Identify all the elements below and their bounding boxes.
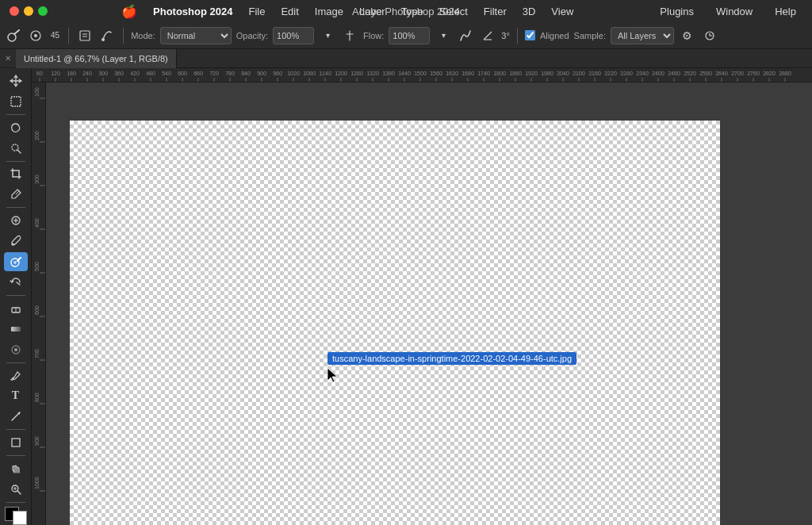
svg-line-27 [17,491,21,494]
svg-rect-9 [11,97,21,106]
menu-view[interactable]: View [545,4,580,19]
shape-tool[interactable] [4,433,28,452]
aligned-checkbox[interactable] [525,30,535,40]
menu-bar: 🍎 Photoshop 2024 File Edit Image Layer T… [121,4,580,19]
maximize-button[interactable] [38,6,48,16]
eyedropper-tool[interactable] [4,185,28,204]
svg-line-1 [14,30,19,34]
opacity-value[interactable]: 100% [273,27,314,44]
brush-tool[interactable] [4,232,28,251]
title-bar: 🍎 Photoshop 2024 File Edit Image Layer T… [0,0,812,22]
apple-icon: 🍎 [121,4,137,19]
separator-1 [68,28,69,44]
svg-line-11 [17,150,21,153]
aligned-label: Aligned [540,31,569,40]
mode-label: Mode: [131,31,155,40]
brush-preset-icon[interactable] [27,27,44,44]
svg-point-7 [102,38,105,41]
eraser-tool[interactable] [4,299,28,318]
tool-separator-3 [6,207,25,208]
flow-label: Flow: [363,31,384,40]
mode-select[interactable]: Normal [160,27,232,44]
pen-tool[interactable] [4,366,28,385]
marquee-tool[interactable] [4,92,28,111]
menu-filter[interactable]: Filter [477,4,513,19]
path-selection-tool[interactable] [4,407,28,426]
svg-line-12 [16,191,19,194]
zoom-tool[interactable] [4,480,28,499]
angle-icon[interactable] [479,27,496,44]
quick-select-tool[interactable] [4,139,28,158]
extras-icon[interactable] [701,27,718,44]
move-tool[interactable] [4,71,28,90]
ruler-top [32,68,812,82]
svg-point-16 [11,243,13,246]
tool-preset-picker[interactable] [5,27,22,44]
app-window-title: Adobe Photoshop 2024 [352,6,460,17]
tool-separator-2 [6,161,25,162]
menu-edit[interactable]: Edit [274,4,304,19]
menu-window[interactable]: Window [710,4,759,19]
smoothing-icon[interactable] [457,27,474,44]
options-bar: 45 Mode: Normal Opacity: 100% ▾ Flow: 10… [0,22,812,49]
brush-options-icon[interactable] [98,27,116,44]
angle-value: 3° [501,31,510,40]
airbrush-icon[interactable] [341,27,358,44]
menu-right: Plugins Window Help [653,4,802,19]
crop-tool[interactable] [4,164,28,183]
svg-rect-21 [11,327,21,331]
opacity-label: Opacity: [236,31,268,40]
active-tab[interactable]: Untitled-1 @ 66,7% (Layer 1, RGB/8) [16,49,177,68]
sample-options-icon[interactable]: ⚙ [679,27,696,44]
tool-separator-5 [6,362,25,363]
foreground-background-color[interactable] [5,507,27,524]
separator-2 [123,28,124,44]
tool-separator-6 [6,429,25,430]
close-button[interactable] [10,6,19,16]
blur-tool[interactable] [4,340,28,359]
menu-3d[interactable]: 3D [516,4,542,19]
tab-close-button[interactable]: ✕ [0,54,16,63]
file-label: tuscany-landscape-in-springtime-2022-02-… [327,352,576,365]
healing-brush-tool[interactable] [4,211,28,230]
ruler-left [32,82,46,525]
svg-point-23 [14,348,17,351]
minimize-button[interactable] [24,6,33,16]
flow-value[interactable]: 100% [389,27,430,44]
toggle-brush-settings[interactable] [76,27,94,44]
brush-size-label: 45 [49,27,61,44]
hand-tool[interactable] [4,459,28,478]
menu-file[interactable]: File [242,4,271,19]
svg-rect-4 [80,31,90,40]
lasso-tool[interactable] [4,118,28,137]
tool-separator-8 [6,502,25,503]
menu-app-name[interactable]: Photoshop 2024 [147,4,239,19]
separator-3 [517,28,518,44]
sample-label: Sample: [574,31,606,40]
opacity-dropdown-icon[interactable]: ▾ [319,27,336,44]
svg-rect-25 [12,439,20,446]
history-brush-tool[interactable] [4,273,28,292]
flow-dropdown-icon[interactable]: ▾ [435,27,452,44]
photoshop-canvas [70,121,720,525]
menu-plugins[interactable]: Plugins [653,4,700,19]
gradient-tool[interactable] [4,320,28,339]
canvas-area[interactable]: tuscany-landscape-in-springtime-2022-02-… [46,97,812,525]
tool-separator-4 [6,295,25,296]
tab-title: Untitled-1 @ 66,7% (Layer 1, RGB/8) [24,54,168,63]
clone-stamp-tool[interactable] [4,252,28,271]
text-tool[interactable]: T [4,386,28,405]
tab-bar: ✕ Untitled-1 @ 66,7% (Layer 1, RGB/8) [0,49,812,68]
main-area: T [0,68,812,525]
tool-separator-7 [6,455,25,456]
menu-help[interactable]: Help [768,4,802,19]
menu-image[interactable]: Image [308,4,350,19]
tool-separator-1 [6,114,25,115]
traffic-lights [10,6,48,16]
toolbar: T [0,68,32,525]
svg-point-3 [34,34,37,37]
sample-select[interactable]: All Layers [611,27,674,44]
